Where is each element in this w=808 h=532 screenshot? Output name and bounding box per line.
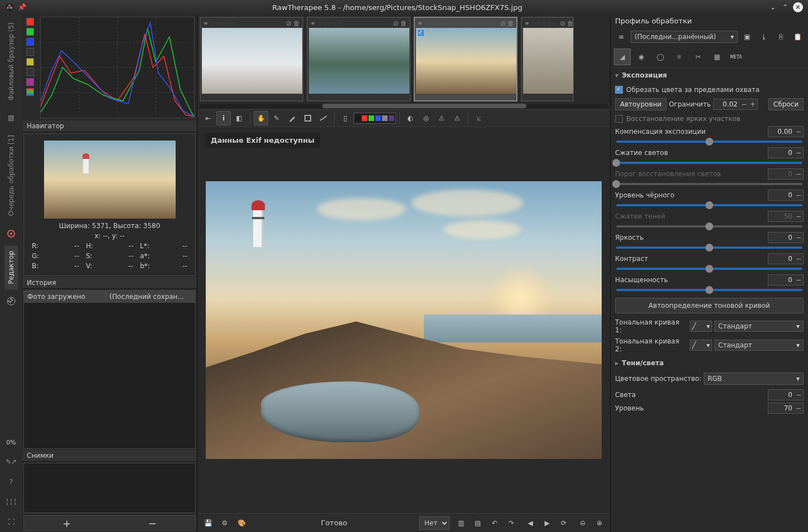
nav-first-icon[interactable]: ◀ bbox=[523, 516, 538, 530]
minimize-button[interactable]: ⌄ bbox=[768, 3, 777, 12]
tab-detail-icon[interactable]: ◉ bbox=[633, 49, 650, 65]
profile-load-icon[interactable]: ▣ bbox=[740, 30, 754, 44]
hand-tool[interactable]: ✋ bbox=[254, 111, 268, 125]
profile-selector[interactable]: (Последни...ранённый)▾ bbox=[631, 31, 738, 43]
indicator-swatch[interactable] bbox=[389, 115, 394, 121]
profile-paste-icon[interactable]: 📋 bbox=[790, 30, 805, 44]
indicator-swatch[interactable] bbox=[355, 115, 361, 121]
tab-queue[interactable]: Очередь обработки [1] bbox=[4, 129, 18, 221]
maximize-button[interactable]: ⌃ bbox=[781, 3, 790, 12]
preferences-icon[interactable]: ╎╎╎ bbox=[4, 495, 18, 509]
crop-tool[interactable] bbox=[301, 111, 315, 125]
link-icon[interactable]: ⚭ bbox=[524, 20, 530, 27]
slider-spinner[interactable]: − bbox=[768, 253, 804, 264]
close-button[interactable]: ✕ bbox=[793, 2, 803, 12]
indicator-swatches[interactable] bbox=[354, 113, 396, 124]
limit-spinner[interactable]: −+ bbox=[713, 99, 758, 110]
rotate-icon[interactable]: ⟀ bbox=[472, 111, 486, 125]
param-slider[interactable]: Контраст− bbox=[615, 252, 804, 273]
thumbnail[interactable]: ⚭☆☆☆☆☆⊘🗑 bbox=[307, 17, 410, 101]
gamut-icon[interactable]: ◎ bbox=[419, 111, 433, 125]
shadows-section-header[interactable]: ▸Тени/света bbox=[611, 356, 808, 370]
tone-curve-2-mode[interactable]: Стандарт▾ bbox=[714, 340, 804, 351]
clip-checkbox[interactable] bbox=[615, 86, 623, 94]
histogram-channel-swatch[interactable] bbox=[26, 48, 34, 56]
zoom-in-button[interactable]: + bbox=[24, 516, 110, 530]
profile-mode-icon[interactable]: ≡ bbox=[614, 30, 628, 44]
flip-v-icon[interactable]: ▤ bbox=[471, 516, 485, 530]
sync-icon[interactable]: ⟳ bbox=[557, 516, 571, 530]
thumbnail[interactable]: ⚭☆☆☆☆☆⊘🗑 bbox=[200, 17, 303, 101]
histogram-swatches[interactable] bbox=[22, 14, 38, 120]
rotate-left-icon[interactable]: ↶ bbox=[487, 516, 502, 530]
reset-button[interactable]: Сброси bbox=[768, 98, 804, 110]
slider-spinner[interactable]: − bbox=[768, 147, 804, 158]
thumbnail[interactable]: ⚭☆☆☆☆☆⊘🗑 bbox=[521, 17, 574, 101]
clip-shadow-icon[interactable]: ⚠ bbox=[450, 111, 465, 125]
param-slider[interactable]: Яркость− bbox=[615, 231, 804, 252]
clip-highlight-icon[interactable]: ⚠ bbox=[434, 111, 449, 125]
external-editor-icon[interactable]: 🎨 bbox=[234, 516, 249, 530]
param-slider[interactable]: Компенсация экспозиции− bbox=[615, 125, 804, 146]
white-balance-picker-tool[interactable]: ✎ bbox=[269, 111, 284, 125]
nav-next-icon[interactable]: ▶ bbox=[540, 516, 554, 530]
unrated-icon[interactable]: ⊘ bbox=[500, 20, 506, 27]
queue-add-icon[interactable]: ⚙ bbox=[217, 516, 232, 530]
indicator-swatch[interactable] bbox=[362, 115, 367, 121]
history-list[interactable]: Фото загружено(Последний сохран... bbox=[23, 290, 196, 449]
histogram-channel-swatch[interactable] bbox=[26, 38, 34, 46]
indicator-toggle-a[interactable]: ▯ bbox=[338, 111, 352, 125]
unrated-icon[interactable]: ⊘ bbox=[393, 20, 399, 27]
help-icon[interactable]: ? bbox=[4, 475, 18, 489]
tab-exposure-icon[interactable]: ◢ bbox=[614, 49, 631, 65]
tab-meta-icon[interactable]: META bbox=[728, 49, 744, 65]
histogram-canvas[interactable] bbox=[40, 17, 195, 118]
pin-icon[interactable]: 📌 bbox=[17, 3, 26, 12]
thumbnail-check-icon[interactable] bbox=[417, 29, 425, 37]
exposure-section-header[interactable]: ▾Экспозиция bbox=[611, 68, 808, 83]
straighten-tool[interactable] bbox=[316, 111, 331, 125]
slider-spinner[interactable]: − bbox=[768, 232, 804, 243]
tab-advanced-icon[interactable]: ⚛ bbox=[671, 49, 688, 65]
indicator-swatch[interactable] bbox=[382, 115, 388, 121]
thumbnail[interactable]: ⚭☆☆☆☆☆⊘🗑 bbox=[414, 17, 517, 101]
auto-curve-button[interactable]: Автоопределение тоновой кривой bbox=[615, 298, 804, 313]
rotate-right-icon[interactable]: ↷ bbox=[504, 516, 519, 530]
soft-proof-icon[interactable]: ◐ bbox=[403, 111, 418, 125]
slider-track[interactable] bbox=[616, 204, 802, 206]
slider-spinner[interactable]: − bbox=[768, 190, 804, 201]
slider-track[interactable] bbox=[616, 246, 802, 249]
histogram-channel-swatch[interactable] bbox=[26, 28, 34, 36]
trash-icon[interactable]: 🗑 bbox=[567, 20, 574, 27]
zoom-in-icon[interactable]: ⊕ bbox=[592, 516, 607, 530]
send-to-editor-icon[interactable]: ✎↗ bbox=[4, 455, 18, 468]
tab-editor[interactable]: Редактор bbox=[4, 245, 18, 289]
lights-spinner[interactable]: − bbox=[768, 389, 804, 400]
save-icon[interactable]: 💾 bbox=[201, 516, 215, 530]
histogram-channel-swatch[interactable] bbox=[26, 78, 34, 86]
level-spinner[interactable]: − bbox=[768, 403, 804, 414]
histogram-channel-swatch[interactable] bbox=[26, 18, 34, 26]
fullscreen-icon[interactable]: ⛶ bbox=[4, 515, 18, 529]
history-row[interactable]: Фото загружено(Последний сохран... bbox=[24, 291, 195, 303]
slider-spinner[interactable]: − bbox=[768, 274, 804, 286]
histogram-channel-swatch[interactable] bbox=[26, 88, 34, 96]
trash-icon[interactable]: 🗑 bbox=[507, 20, 514, 27]
histogram-channel-swatch[interactable] bbox=[26, 68, 34, 76]
tone-curve-1-chip[interactable]: ╱▾ bbox=[690, 321, 712, 332]
highlight-recovery-checkbox[interactable] bbox=[615, 115, 623, 123]
slider-track[interactable] bbox=[616, 141, 802, 143]
color-picker-tool[interactable] bbox=[285, 111, 299, 125]
trash-icon[interactable]: 🗑 bbox=[293, 20, 300, 27]
panel-toggle-icon[interactable]: ⇤ bbox=[201, 111, 215, 125]
aperture-icon[interactable] bbox=[4, 294, 18, 308]
link-icon[interactable]: ⚭ bbox=[203, 20, 209, 27]
indicator-swatch[interactable] bbox=[375, 115, 381, 121]
link-icon[interactable]: ⚭ bbox=[310, 20, 316, 27]
flip-h-icon[interactable]: ▥ bbox=[454, 516, 468, 530]
trash-icon[interactable]: 🗑 bbox=[400, 20, 407, 27]
filmstrip-scrollbar[interactable] bbox=[200, 104, 608, 108]
snapshots-list[interactable] bbox=[23, 463, 196, 513]
auto-levels-button[interactable]: Автоуровни bbox=[615, 98, 666, 110]
gear-color-icon[interactable] bbox=[4, 227, 18, 240]
